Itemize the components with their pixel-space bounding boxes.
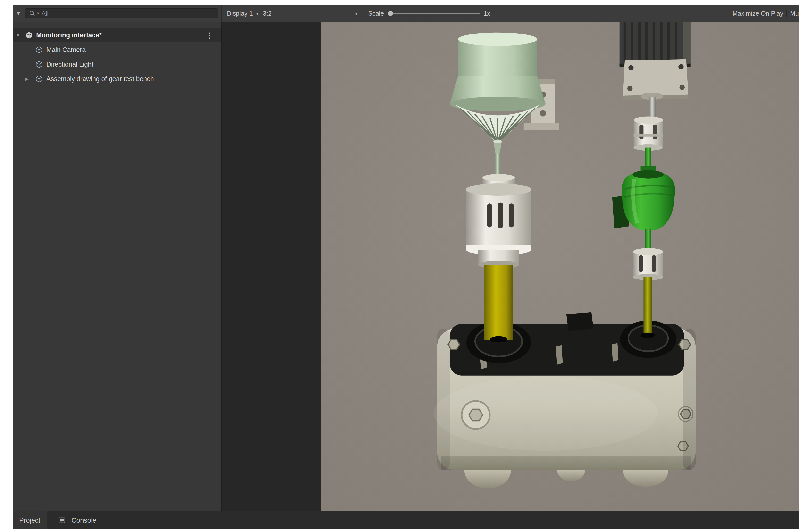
hierarchy-menu-chevron-icon[interactable]: ▼ — [16, 10, 21, 17]
search-filter-chevron-icon[interactable]: ▾ — [37, 12, 39, 15]
expand-triangle-icon[interactable]: ▶ — [25, 77, 32, 81]
console-icon — [58, 517, 65, 524]
gear-test-bench-render — [322, 22, 799, 511]
hierarchy-search-box[interactable]: ▾ — [25, 8, 218, 18]
tab-console[interactable]: Console — [52, 511, 103, 529]
scene-header-row[interactable]: ▼ Monitoring interface* ⋮ — [13, 28, 222, 42]
unity-editor-window: ▼ ▾ Display 1 ▾ 3:2 ▾ Scale — [13, 5, 799, 529]
gameobject-cube-icon — [35, 75, 43, 83]
scene-options-kebab-icon[interactable]: ⋮ — [206, 31, 213, 40]
game-view-letterbox — [222, 22, 322, 511]
display-dropdown-label: Display 1 — [227, 10, 253, 17]
scene-name: Monitoring interface* — [36, 32, 102, 39]
hierarchy-item-assembly[interactable]: ▶ Assembly drawing of gear test bench — [13, 72, 222, 86]
tab-console-label: Console — [71, 516, 96, 524]
hierarchy-toolbar: ▼ ▾ — [13, 5, 222, 22]
hierarchy-item-main-camera[interactable]: Main Camera — [13, 42, 222, 57]
tab-project[interactable]: Project — [13, 511, 46, 529]
coupling-right-upper — [634, 117, 663, 151]
scale-value: 1x — [484, 10, 490, 17]
tab-project-label: Project — [19, 516, 40, 524]
hierarchy-search-input[interactable] — [41, 10, 214, 18]
gameobject-cube-icon — [35, 60, 43, 68]
gameobject-cube-icon — [35, 46, 43, 54]
main-area: ▼ Monitoring interface* ⋮ Mai — [13, 22, 799, 511]
game-view-canvas[interactable] — [322, 22, 799, 511]
hierarchy-item-label: Assembly drawing of gear test bench — [46, 75, 154, 83]
scale-slider[interactable] — [388, 8, 480, 18]
display-dropdown[interactable]: Display 1 ▾ — [227, 10, 258, 17]
game-view-toolbar: Display 1 ▾ 3:2 ▾ Scale 1x Maximize On P… — [222, 5, 799, 22]
coupling-right-lower — [633, 248, 663, 280]
input-shaft-left — [484, 265, 513, 342]
hierarchy-item-label: Directional Light — [46, 61, 94, 68]
scene-disclosure-triangle-icon[interactable]: ▼ — [16, 33, 25, 38]
aspect-ratio-dropdown[interactable]: 3:2 ▾ — [263, 10, 357, 17]
hierarchy-panel: ▼ Monitoring interface* ⋮ Mai — [13, 22, 222, 511]
scale-slider-knob[interactable] — [388, 11, 393, 16]
maximize-on-play-button[interactable]: Maximize On Play — [732, 10, 783, 17]
aspect-ratio-label: 3:2 — [263, 10, 271, 17]
hierarchy-item-label: Main Camera — [46, 46, 86, 54]
scale-label: Scale — [368, 10, 384, 17]
unity-logo-icon — [25, 31, 33, 39]
gearbox-housing — [433, 312, 695, 488]
chevron-down-icon: ▾ — [256, 11, 259, 16]
top-toolbar: ▼ ▾ Display 1 ▾ 3:2 ▾ Scale — [13, 5, 799, 22]
scale-slider-track[interactable] — [393, 13, 480, 14]
bottom-tab-bar: Project Console — [13, 511, 799, 529]
chevron-down-icon: ▾ — [355, 11, 358, 16]
mute-audio-button-clipped[interactable]: Mu — [786, 10, 799, 17]
search-icon[interactable] — [29, 10, 35, 17]
hierarchy-item-directional-light[interactable]: Directional Light — [13, 57, 222, 72]
game-view — [222, 22, 799, 511]
scale-control: Scale 1x — [368, 8, 490, 18]
